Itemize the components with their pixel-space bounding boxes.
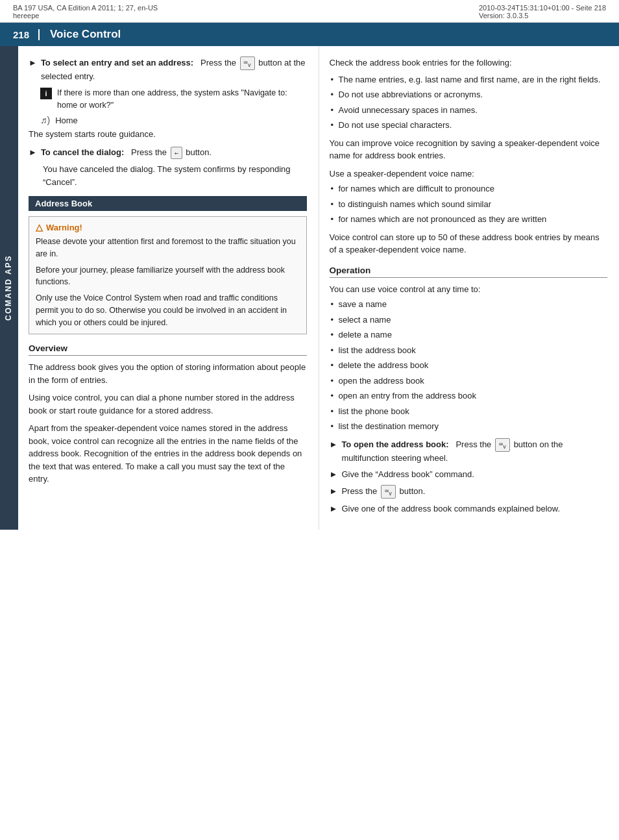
op-bullet-6: open the address book — [330, 375, 608, 388]
improve-recognition-para: You can improve voice recognition by sav… — [330, 137, 608, 162]
info-box: i If there is more than one address, the… — [40, 87, 307, 112]
speaker-dependent-list: for names which are difficult to pronoun… — [330, 182, 608, 226]
system-starts: The system starts route guidance. — [29, 128, 307, 141]
right-column: Check the address book entries for the f… — [319, 46, 620, 530]
op-bullet-2: select a name — [330, 314, 608, 327]
side-label: COMAND APS — [0, 46, 18, 530]
give-command-content: Give the “Address book” command. — [341, 468, 607, 481]
warning-para2: Before your journey, please familiarize … — [36, 264, 300, 289]
overview-para3: Apart from the speaker-dependent voice n… — [29, 422, 307, 486]
give-command2-content: Give one of the address book commands ex… — [341, 502, 607, 515]
check-bullets-list: The name entries, e.g. last name and fir… — [330, 73, 608, 132]
operation-heading: Operation — [330, 266, 608, 278]
open-address-book-heading: To open the address book: — [341, 439, 448, 449]
operation-intro: You can use voice control at any time to… — [330, 283, 608, 296]
op-bullet-9: list the destination memory — [330, 420, 608, 433]
header-left: BA 197 USA, CA Edition A 2011; 1; 27, en… — [13, 4, 158, 19]
voice-control-store-para: Voice control can store up to 50 of thes… — [330, 231, 608, 256]
op-bullet-3: delete a name — [330, 328, 608, 341]
op-bullet-5: delete the address book — [330, 359, 608, 372]
address-book-section-heading: Address Book — [29, 196, 307, 211]
audio-icon: ♬) — [40, 115, 50, 125]
open-address-book-item: ► To open the address book: Press the ⌨v… — [330, 438, 608, 465]
give-command2-item: ► Give one of the address book commands … — [330, 502, 608, 515]
arrow-bullet-open: ► — [330, 438, 338, 465]
give-command-item: ► Give the “Address book” command. — [330, 468, 608, 481]
page-title-bar: 218 Voice Control — [0, 23, 619, 46]
speaker-bullet-1: for names which are difficult to pronoun… — [330, 182, 608, 195]
open-address-book-text1: Press the — [455, 439, 491, 449]
main-layout: COMAND APS ► To select an entry and set … — [0, 46, 619, 530]
op-bullet-4: list the address book — [330, 344, 608, 357]
cancel-dialog-text: Press the — [131, 147, 167, 157]
info-note-text: If there is more than one address, the s… — [57, 87, 307, 112]
check-bullet-4: Do not use special characters. — [330, 119, 608, 132]
warning-para3: Only use the Voice Control System when r… — [36, 292, 300, 328]
give-command-text: Give the “Address book” command. — [341, 469, 474, 479]
cancel-dialog-text2: button. — [186, 147, 212, 157]
warning-para1: Please devote your attention first and f… — [36, 236, 300, 260]
arrow-bullet-give-cmd2: ► — [330, 502, 338, 515]
press-button-content: Press the ⌨v button. — [341, 485, 607, 499]
press-button-text2: button. — [400, 486, 426, 496]
select-entry-heading: To select an entry and set an address: — [41, 58, 193, 68]
page-title: Voice Control — [50, 28, 121, 41]
select-entry-item: ► To select an entry and set an address:… — [29, 56, 307, 83]
page-number: 218 — [13, 29, 40, 40]
give-command2-text: Give one of the address book commands ex… — [341, 504, 560, 513]
speaker-bullet-3: for names which are not pronounced as th… — [330, 213, 608, 226]
header-right: 2010-03-24T15:31:10+01:00 - Seite 218 Ve… — [479, 4, 606, 19]
select-entry-text: Press the — [200, 58, 236, 68]
speaker-bullet-2: to distinguish names which sound similar — [330, 198, 608, 211]
info-icon: i — [40, 88, 52, 99]
canceled-text: You have canceled the dialog. The system… — [29, 163, 307, 188]
arrow-bullet-press: ► — [330, 485, 338, 499]
arrow-bullet-give-cmd: ► — [330, 468, 338, 481]
overview-para2: Using voice control, you can dial a phon… — [29, 391, 307, 417]
speaker-dependent-intro: Use a speaker-dependent voice name: — [330, 167, 608, 180]
open-btn-inline: ⌨v — [495, 438, 510, 452]
check-bullet-2: Do not use abbreviations or acronyms. — [330, 88, 608, 101]
audio-label: Home — [55, 116, 78, 125]
cancel-dialog-content: To cancel the dialog: Press the ← button… — [41, 146, 307, 159]
content-area: ► To select an entry and set an address:… — [18, 46, 619, 530]
cancel-dialog-heading: To cancel the dialog: — [41, 147, 124, 157]
press-button-item: ► Press the ⌨v button. — [330, 485, 608, 499]
press-btn-inline: ⌨v — [381, 485, 396, 499]
cancel-button: ← — [171, 147, 182, 159]
warning-title: △ Warning! — [36, 222, 300, 232]
open-address-book-content: To open the address book: Press the ⌨v b… — [341, 438, 607, 465]
cancel-dialog-item: ► To cancel the dialog: Press the ← butt… — [29, 146, 307, 159]
operation-bullets-list: save a name select a name delete a name … — [330, 298, 608, 433]
overview-para1: The address book gives you the option of… — [29, 361, 307, 386]
arrow-bullet-cancel: ► — [29, 146, 37, 159]
warning-triangle-icon: △ — [36, 222, 43, 232]
check-address-book: Check the address book entries for the f… — [330, 56, 608, 69]
overview-heading: Overview — [29, 343, 307, 356]
arrow-bullet-select: ► — [29, 56, 37, 83]
op-bullet-7: open an entry from the address book — [330, 389, 608, 402]
audio-item: ♬) Home — [40, 115, 307, 125]
doc-header: BA 197 USA, CA Edition A 2011; 1; 27, en… — [0, 0, 619, 23]
check-bullet-1: The name entries, e.g. last name and fir… — [330, 73, 608, 86]
select-button: ⌨v — [240, 56, 255, 70]
warning-box: △ Warning! Please devote your attention … — [29, 216, 307, 334]
left-column: ► To select an entry and set an address:… — [18, 46, 319, 530]
op-bullet-8: list the phone book — [330, 405, 608, 418]
check-bullet-3: Avoid unnecessary spaces in names. — [330, 104, 608, 117]
press-button-text: Press the — [341, 486, 377, 496]
op-bullet-1: save a name — [330, 298, 608, 311]
select-entry-content: To select an entry and set an address: P… — [41, 56, 307, 83]
